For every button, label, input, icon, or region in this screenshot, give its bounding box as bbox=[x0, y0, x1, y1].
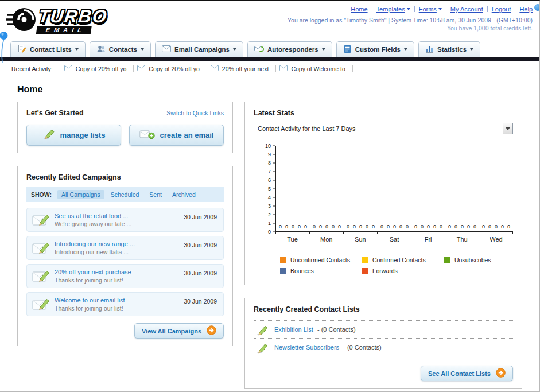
campaign-list-item: See us at the retail food ... We're givi… bbox=[26, 208, 224, 232]
campaign-list-item: 20% off your next purchase Thanks for jo… bbox=[26, 264, 224, 288]
recent-activity-label: Recent Activity: bbox=[11, 65, 53, 72]
chart-value-label: 0 bbox=[454, 224, 457, 230]
recent-activity-bar: Recent Activity: Copy of 20% off yo Copy… bbox=[0, 61, 539, 76]
legend-swatch bbox=[362, 257, 368, 263]
y-tick-label: 6 bbox=[268, 177, 271, 183]
tab-custom-fields[interactable]: Custom Fields bbox=[336, 41, 414, 57]
chart-value-label: 0 bbox=[359, 224, 362, 230]
chevron-down-icon bbox=[75, 48, 79, 51]
x-axis-label: Sun bbox=[343, 236, 377, 243]
x-axis-label: Tue bbox=[275, 236, 309, 243]
nav-logout-link[interactable]: Logout bbox=[492, 6, 511, 13]
envelope-icon bbox=[64, 65, 72, 72]
chart-value-labels-group: 00000 bbox=[276, 224, 310, 230]
x-tick-mark bbox=[310, 232, 344, 234]
x-tick-mark bbox=[411, 232, 445, 234]
campaign-title-link[interactable]: See us at the retail food ... bbox=[55, 212, 168, 219]
chart-value-label: 0 bbox=[313, 224, 316, 230]
tab-contacts[interactable]: Contacts bbox=[90, 41, 151, 57]
campaign-subtitle: Thanks for joining our list! bbox=[55, 277, 168, 284]
statistics-icon bbox=[425, 45, 434, 54]
filter-sent[interactable]: Sent bbox=[145, 190, 166, 199]
tab-contact-lists[interactable]: Contact Lists bbox=[10, 41, 86, 57]
chart-value-label: 0 bbox=[279, 224, 282, 230]
campaign-title-link[interactable]: Welcome to our email list bbox=[55, 297, 168, 304]
nav-forms-link[interactable]: Forms bbox=[419, 6, 442, 13]
create-email-button[interactable]: create an email bbox=[129, 125, 224, 146]
legend-label: Bounces bbox=[290, 267, 314, 274]
chart-x-ticks bbox=[275, 232, 513, 234]
campaign-title-link[interactable]: Introducing our new range ... bbox=[55, 240, 168, 247]
chart-value-label: 0 bbox=[501, 224, 504, 230]
chevron-down-icon bbox=[438, 8, 442, 10]
lets-get-started-panel: Let's Get Started Switch to Quick Links bbox=[17, 102, 233, 153]
x-axis-label: Sat bbox=[377, 236, 411, 243]
recent-activity-item[interactable]: Copy of 20% off yo bbox=[61, 65, 134, 72]
x-axis-label: Wed bbox=[479, 236, 513, 243]
legend-label: Confirmed Contacts bbox=[372, 257, 426, 263]
filter-all-campaigns[interactable]: All Campaigns bbox=[57, 190, 104, 199]
manage-lists-button[interactable]: manage lists bbox=[26, 125, 121, 146]
legend-item: Bounces bbox=[280, 267, 362, 274]
chart-value-label: 0 bbox=[372, 224, 375, 230]
tab-email-campaigns[interactable]: Email Campaigns bbox=[155, 41, 243, 57]
nav-templates-link[interactable]: Templates bbox=[376, 6, 410, 13]
nav-dark-bar bbox=[0, 57, 539, 61]
logo-title: TURBO bbox=[37, 8, 108, 25]
recent-activity-item[interactable]: Copy of Welcome to bbox=[276, 65, 352, 72]
x-axis-label: Thu bbox=[445, 236, 479, 243]
filter-archived[interactable]: Archived bbox=[168, 190, 200, 199]
contact-lists-icon bbox=[17, 44, 26, 55]
nav-separator bbox=[414, 6, 415, 12]
recently-edited-campaigns-panel: Recently Edited Campaigns SHOW: All Camp… bbox=[17, 166, 233, 346]
chart-value-label: 0 bbox=[325, 224, 328, 230]
chart-plot-area: 00000000000000000000000000000000000 bbox=[275, 146, 513, 232]
nav-separator bbox=[487, 6, 488, 12]
nav-home-link[interactable]: Home bbox=[351, 6, 367, 13]
nav-help-link[interactable]: Help bbox=[519, 6, 533, 13]
chart-value-label: 0 bbox=[366, 224, 368, 230]
chart-value-label: 0 bbox=[347, 224, 349, 230]
recent-activity-item[interactable]: 20% off your next bbox=[207, 65, 277, 72]
switch-quick-links-link[interactable]: Switch to Quick Links bbox=[166, 110, 224, 117]
y-tick-label: 7 bbox=[268, 169, 271, 174]
recent-activity-item[interactable]: Copy of 20% off yo bbox=[134, 65, 207, 72]
tab-statistics[interactable]: Statistics bbox=[418, 41, 480, 57]
stats-range-select[interactable]: Contact Activity for the Last 7 Days bbox=[254, 123, 513, 134]
campaign-date: 30 Jun 2009 bbox=[184, 242, 217, 249]
nav-my-account-link[interactable]: My Account bbox=[450, 6, 483, 13]
x-tick-mark bbox=[445, 232, 479, 234]
chevron-down-icon bbox=[404, 48, 407, 51]
chevron-down-icon bbox=[407, 8, 410, 10]
chart-value-label: 0 bbox=[488, 224, 491, 230]
envelope-plus-icon bbox=[139, 129, 155, 141]
legend-swatch bbox=[280, 268, 286, 274]
chart-value-label: 0 bbox=[387, 224, 390, 230]
chart-value-labels-group: 00000 bbox=[479, 224, 513, 230]
see-all-contact-lists-button[interactable]: See All Contact Lists bbox=[421, 366, 513, 381]
contact-list-link[interactable]: Exhibition List bbox=[274, 326, 313, 333]
nav-separator bbox=[446, 6, 446, 12]
chart-value-labels-group: 00000 bbox=[344, 224, 378, 230]
tab-autoresponders[interactable]: Autoresponders bbox=[247, 41, 332, 57]
contact-list-item: Newsletter Subscribers - (0 Contacts) bbox=[254, 339, 513, 356]
filter-scheduled[interactable]: Scheduled bbox=[107, 190, 143, 199]
y-tick-label: 3 bbox=[268, 203, 271, 209]
x-tick-mark bbox=[344, 232, 378, 234]
campaign-date: 30 Jun 2009 bbox=[184, 298, 217, 305]
legend-item: Unsubscribes bbox=[444, 257, 526, 263]
chart-value-label: 0 bbox=[495, 224, 498, 230]
campaign-title-link[interactable]: 20% off your next purchase bbox=[55, 269, 168, 275]
view-all-campaigns-button[interactable]: View All Campaigns bbox=[134, 323, 224, 339]
y-tick-label: 0 bbox=[268, 229, 271, 235]
autoresponders-icon bbox=[254, 45, 264, 54]
envelope-pencil-icon bbox=[32, 212, 50, 230]
contact-list-link[interactable]: Newsletter Subscribers bbox=[274, 344, 339, 351]
envelope-icon bbox=[211, 65, 219, 72]
stats-title: Latest Stats bbox=[254, 109, 513, 117]
get-started-title: Let's Get Started bbox=[26, 109, 84, 117]
chevron-down-icon bbox=[322, 48, 325, 51]
envelope-icon bbox=[137, 65, 145, 72]
legend-item: Confirmed Contacts bbox=[362, 257, 444, 263]
nav-separator bbox=[515, 6, 515, 12]
